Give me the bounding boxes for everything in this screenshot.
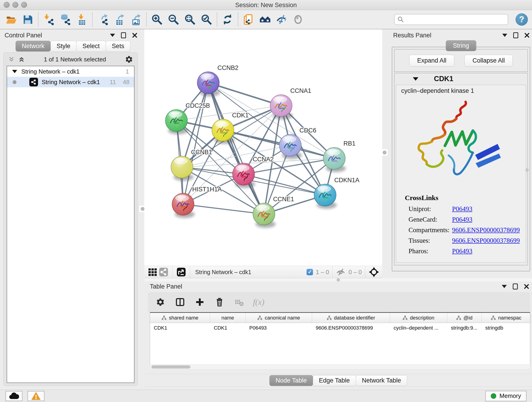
collection-expander-icon[interactable] — [12, 70, 17, 73]
export-network-icon[interactable] — [96, 12, 110, 27]
zoom-fit-icon[interactable] — [183, 12, 197, 27]
network-view[interactable]: CCNB2CCNA1CDC25BCDK1CDC6RB1CCNB1CCNA2CDK… — [144, 29, 382, 266]
results-scrollbar-dot[interactable] — [525, 168, 529, 172]
node-CCNB1[interactable]: CCNB1 — [171, 149, 212, 181]
panel-menu-icon[interactable] — [502, 34, 507, 37]
tab-edge-table[interactable]: Edge Table — [313, 375, 356, 386]
network-canvas[interactable]: CCNB2CCNA1CDC25BCDK1CDC6RB1CCNB1CCNA2CDK… — [144, 29, 382, 266]
float-panel-icon[interactable] — [513, 32, 518, 38]
warning-button[interactable] — [27, 391, 44, 401]
open-session-icon[interactable] — [4, 12, 18, 27]
left-splitter[interactable] — [141, 29, 144, 390]
table-horizontal-scrollbar[interactable] — [150, 364, 530, 370]
export-table-icon[interactable] — [112, 12, 127, 27]
gene-expander-icon[interactable] — [413, 77, 418, 81]
table-cell[interactable]: 9606.ENSP00000378699 — [312, 323, 390, 333]
column-header-@id[interactable]: @id — [447, 313, 481, 323]
tab-network-table[interactable]: Network Table — [356, 375, 407, 386]
table-row[interactable]: CDK1CDK1P064939606.ENSP00000378699cyclin… — [150, 323, 530, 333]
table-options-gear-icon[interactable] — [154, 296, 166, 308]
node-CCNE1[interactable]: CCNE1 — [253, 196, 294, 228]
panel-menu-icon[interactable] — [502, 285, 507, 288]
close-panel-icon[interactable] — [524, 32, 530, 38]
zoom-selected-icon[interactable] — [199, 12, 214, 27]
node-CCNB2[interactable]: CCNB2 — [197, 64, 239, 96]
crosslink-link[interactable]: P06493 — [452, 205, 472, 213]
expand-all-button[interactable]: Expand All — [409, 55, 455, 66]
column-header-name[interactable]: name — [210, 313, 246, 323]
string-home-icon[interactable] — [258, 12, 272, 27]
level-of-detail-icon[interactable] — [291, 12, 305, 27]
node-CDK1[interactable]: CDK1 — [212, 112, 249, 144]
node-CDC6[interactable]: CDC6 — [279, 127, 317, 159]
export-image-icon[interactable] — [129, 12, 143, 27]
zoom-out-icon[interactable] — [166, 12, 181, 27]
column-header-namespac[interactable]: namespac — [481, 313, 531, 323]
zoom-in-icon[interactable] — [150, 12, 164, 27]
collapse-all-icon[interactable] — [8, 56, 15, 63]
crosslink-link[interactable]: 9606.ENSP00000378699 — [452, 237, 520, 244]
column-header-shared-name[interactable]: shared name — [150, 313, 210, 323]
tab-network[interactable]: Network — [16, 41, 51, 51]
tab-string[interactable]: String — [446, 40, 476, 51]
table-cell[interactable]: CDK1 — [210, 323, 246, 333]
close-panel-icon[interactable] — [524, 284, 529, 289]
open-in-window-icon[interactable] — [176, 267, 187, 277]
show-columns-icon[interactable] — [174, 296, 186, 308]
search-input[interactable] — [404, 16, 508, 23]
node-CCNA1[interactable]: CCNA1 — [270, 87, 311, 119]
table-cell[interactable]: stringdb — [481, 323, 531, 333]
crosslink-link[interactable]: P06493 — [452, 247, 472, 255]
table-cell[interactable]: cyclin–dependent ... — [390, 323, 447, 333]
help-button[interactable]: ? — [515, 13, 528, 26]
column-header-database-identifier[interactable]: database identifier — [312, 313, 390, 323]
tab-style[interactable]: Style — [51, 41, 76, 51]
save-session-icon[interactable] — [21, 12, 35, 27]
gene-section-header[interactable]: CDK1 — [394, 73, 527, 84]
share-view-icon[interactable] — [158, 267, 169, 277]
import-table-icon[interactable] — [75, 12, 89, 27]
table-cell[interactable]: stringdb:9... — [447, 323, 481, 333]
float-panel-icon[interactable] — [513, 283, 518, 289]
edge-CDK1-RB1[interactable] — [223, 130, 334, 158]
close-panel-icon[interactable] — [132, 32, 138, 38]
expand-all-icon[interactable] — [18, 56, 25, 63]
tab-node-table[interactable]: Node Table — [269, 375, 313, 386]
search-box[interactable] — [394, 14, 508, 25]
table-cell[interactable]: P06493 — [246, 323, 312, 333]
table-cell[interactable]: CDK1 — [150, 323, 210, 333]
birdseye-view-icon[interactable] — [368, 267, 380, 277]
share-document-icon[interactable] — [241, 12, 256, 27]
crosslink-link[interactable]: 9606.ENSP00000378699 — [452, 226, 520, 234]
memory-button[interactable]: Memory — [485, 391, 526, 401]
network-row-selected[interactable]: String Network – cdk1 11 48 — [7, 77, 134, 87]
import-network-icon[interactable] — [42, 12, 56, 27]
crosslink-link[interactable]: P06493 — [452, 216, 472, 223]
tab-sets[interactable]: Sets — [106, 41, 130, 51]
bottom-splitter[interactable] — [144, 278, 532, 281]
cloud-status-button[interactable] — [6, 391, 22, 401]
bottom-splitter-handle[interactable] — [336, 278, 340, 282]
node-RB1[interactable]: RB1 — [323, 140, 355, 172]
delete-column-icon[interactable] — [214, 296, 225, 308]
edge-HIST1H1A-CCNE1[interactable] — [183, 204, 264, 214]
grid-view-icon[interactable] — [147, 267, 158, 277]
enhanced-graphics-toggle-icon[interactable] — [274, 12, 289, 27]
panel-menu-icon[interactable] — [110, 34, 115, 37]
node-CDKN1A[interactable]: CDKN1A — [314, 177, 360, 209]
column-header-description[interactable]: description — [390, 313, 447, 323]
node-HIST1H1A[interactable]: HIST1H1A — [172, 186, 222, 218]
refresh-layout-icon[interactable] — [220, 12, 234, 27]
network-collection-row[interactable]: String Network – cdk1 1 — [7, 66, 134, 77]
column-header-canonical-name[interactable]: canonical name — [246, 313, 312, 323]
scrollbar-thumb[interactable] — [152, 365, 190, 369]
edge-CCNB2-CCNE1[interactable] — [208, 83, 264, 214]
add-column-icon[interactable] — [194, 296, 206, 308]
float-panel-icon[interactable] — [121, 32, 126, 38]
tab-select[interactable]: Select — [76, 41, 106, 51]
selected-checkbox-icon[interactable]: ✓ — [307, 269, 313, 275]
import-network-database-icon[interactable] — [58, 12, 72, 27]
collapse-all-button[interactable]: Collapse All — [464, 55, 513, 66]
network-options-gear-icon[interactable] — [125, 55, 133, 64]
right-splitter[interactable] — [382, 29, 390, 278]
